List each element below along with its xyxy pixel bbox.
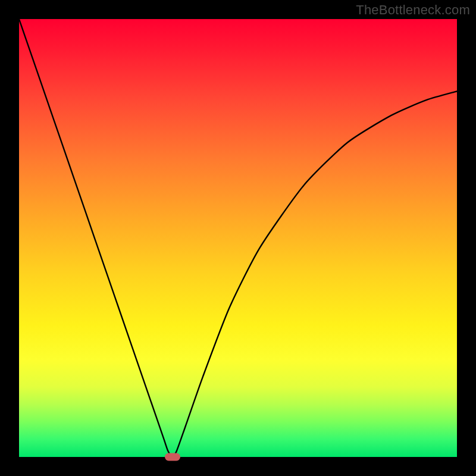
curve-svg: [19, 19, 457, 457]
optimum-marker: [165, 453, 180, 461]
chart-frame: TheBottleneck.com: [0, 0, 476, 476]
bottleneck-curve: [19, 19, 457, 457]
plot-area: [19, 19, 457, 457]
watermark-text: TheBottleneck.com: [356, 2, 470, 18]
